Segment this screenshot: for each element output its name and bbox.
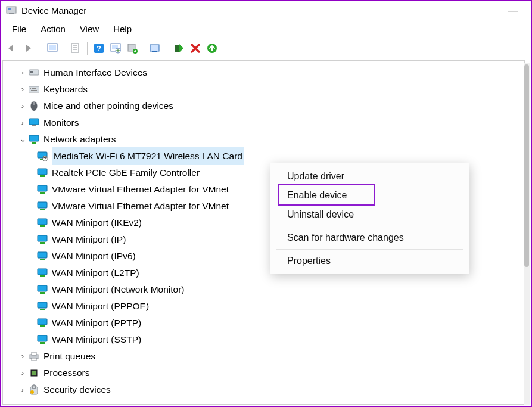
enable-device-button[interactable] [171, 41, 186, 56]
svg-rect-44 [40, 225, 45, 227]
svg-rect-21 [30, 71, 33, 73]
svg-rect-41 [38, 202, 47, 208]
tree-category[interactable]: ›Monitors [3, 114, 524, 131]
svg-rect-32 [29, 135, 39, 141]
tree-category-label: Keyboards [43, 81, 88, 98]
chevron-right-icon[interactable]: › [17, 114, 28, 131]
tree-category[interactable]: ›Mice and other pointing devices [3, 98, 524, 114]
network-icon [36, 217, 48, 229]
menu-help[interactable]: Help [106, 22, 139, 36]
scrollbar-thumb[interactable] [524, 64, 529, 267]
chevron-right-icon[interactable]: › [17, 365, 28, 381]
tree-device-label: VMware Virtual Ethernet Adapter for VMne… [52, 198, 229, 215]
network-icon [36, 334, 48, 346]
svg-rect-24 [32, 88, 33, 89]
chevron-down-icon[interactable]: ⌄ [17, 131, 28, 148]
app-icon [6, 5, 17, 16]
svg-rect-40 [40, 192, 45, 194]
uninstall-device-button[interactable] [204, 41, 220, 56]
svg-rect-30 [29, 119, 39, 125]
svg-rect-23 [30, 88, 31, 89]
tree-category-label: Print queues [43, 348, 95, 365]
context-menu-item[interactable]: Scan for hardware changes [270, 228, 469, 247]
properties-button[interactable] [68, 41, 83, 56]
context-menu-item[interactable]: Enable device [270, 186, 469, 205]
tree-category[interactable]: ›Print queues [3, 348, 524, 365]
svg-rect-37 [38, 169, 47, 175]
toolbar: ? [1, 38, 531, 58]
tree-device-label: WAN Miniport (PPPOE) [52, 298, 149, 315]
tree-category[interactable]: ›Keyboards [3, 81, 524, 98]
tree-device[interactable]: WAN Miniport (PPTP) [3, 315, 524, 331]
menu-view[interactable]: View [73, 22, 106, 36]
tree-category[interactable]: ⌄Network adapters [3, 131, 524, 148]
tree-device-label: WAN Miniport (PPTP) [52, 315, 141, 331]
network-icon [36, 284, 48, 296]
tree-device-label: Realtek PCIe GbE Family Controller [52, 164, 200, 181]
network-icon [36, 250, 48, 262]
scan-button[interactable] [108, 41, 123, 56]
tree-category-label: Processors [43, 365, 90, 381]
chevron-right-icon[interactable]: › [17, 348, 28, 365]
tree-device-label: WAN Miniport (L2TP) [52, 265, 139, 281]
printer-icon [28, 350, 40, 362]
svg-rect-26 [35, 88, 36, 89]
back-button[interactable] [5, 41, 20, 56]
svg-rect-52 [40, 292, 45, 294]
add-hardware-button[interactable] [125, 41, 140, 56]
help-button[interactable]: ? [91, 41, 107, 56]
svg-rect-50 [40, 275, 45, 277]
svg-rect-0 [7, 7, 16, 13]
tree-device-label: MediaTek Wi-Fi 6 MT7921 Wireless LAN Car… [52, 147, 244, 165]
minimize-button[interactable]: — [500, 4, 526, 17]
menu-action[interactable]: Action [33, 22, 73, 36]
network-icon [36, 167, 48, 179]
network-icon [28, 133, 40, 145]
svg-text:?: ? [97, 44, 101, 53]
hid-icon [28, 67, 40, 79]
keyboard-icon [28, 83, 40, 95]
svg-rect-25 [33, 88, 35, 89]
tree-device[interactable]: WAN Miniport (PPPOE) [3, 298, 524, 315]
network-icon [36, 267, 48, 279]
tree-device-label: WAN Miniport (IKEv2) [52, 215, 142, 231]
chevron-right-icon[interactable]: › [17, 98, 28, 114]
tree-device[interactable]: WAN Miniport (Network Monitor) [3, 281, 524, 298]
tree-category[interactable]: ›Security devices [3, 381, 524, 398]
svg-rect-55 [38, 319, 47, 325]
svg-rect-49 [38, 269, 47, 275]
show-hidden-button[interactable] [45, 41, 60, 56]
svg-rect-48 [40, 259, 45, 260]
chevron-right-icon[interactable]: › [17, 381, 28, 398]
tree-category[interactable]: ›Processors [3, 365, 524, 381]
svg-rect-39 [38, 185, 47, 191]
tree-device[interactable]: MediaTek Wi-Fi 6 MT7921 Wireless LAN Car… [3, 148, 524, 164]
svg-rect-31 [32, 125, 36, 126]
monitor-icon [28, 117, 40, 129]
context-menu-item[interactable]: Update driver [270, 167, 469, 186]
svg-rect-4 [49, 45, 56, 50]
svg-rect-61 [32, 358, 36, 361]
svg-rect-38 [40, 175, 45, 177]
tree-category[interactable]: ›Human Interface Devices [3, 64, 524, 81]
vertical-scrollbar[interactable] [524, 63, 530, 405]
tree-category-label: Monitors [43, 114, 79, 131]
titlebar: Device Manager — [1, 1, 531, 20]
disable-device-button[interactable] [188, 41, 203, 56]
tree-category-label: Security devices [43, 381, 111, 398]
chevron-right-icon[interactable]: › [17, 81, 28, 98]
forward-button[interactable] [21, 41, 37, 56]
menu-file[interactable]: File [5, 22, 33, 36]
svg-rect-54 [40, 309, 45, 310]
svg-point-66 [30, 390, 34, 394]
context-menu-item[interactable]: Properties [270, 251, 469, 271]
tree-device[interactable]: WAN Miniport (SSTP) [3, 331, 524, 348]
svg-rect-27 [31, 90, 37, 91]
network-icon [36, 184, 48, 195]
svg-rect-17 [152, 51, 157, 52]
update-driver-button[interactable] [148, 41, 163, 56]
chevron-right-icon[interactable]: › [17, 64, 28, 81]
tree-category-label: Network adapters [43, 131, 116, 148]
context-menu-item[interactable]: Uninstall device [270, 205, 469, 224]
svg-rect-16 [150, 45, 159, 51]
